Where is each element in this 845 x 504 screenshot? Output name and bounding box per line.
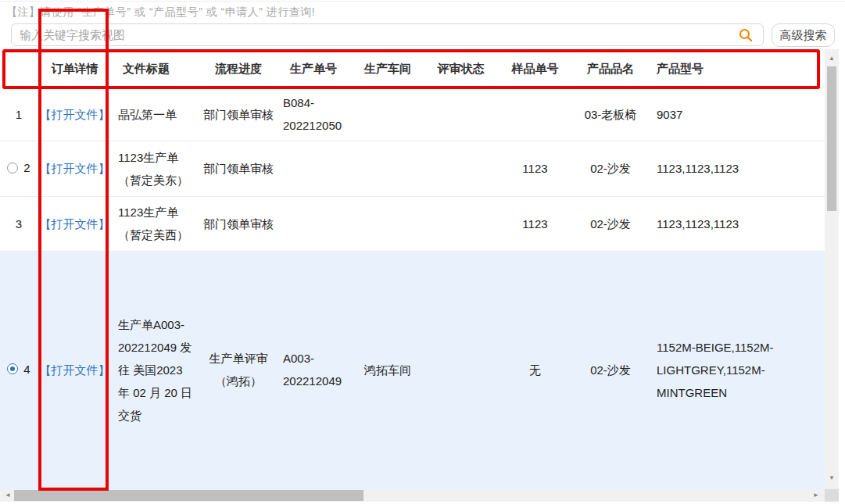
cell-product_model: 9037 [649,88,825,141]
scroll-left-icon[interactable]: ◄ [5,491,11,500]
cell-product_model: 1123,1123,1123 [649,196,825,251]
cell-review_status [424,88,498,141]
scroll-up-icon[interactable]: ▲ [825,54,839,63]
cell-sample_no [498,88,572,141]
table-row[interactable]: 4【打开文件】生产单A003-202212049 发往 美国2023 年 02 … [0,251,825,488]
cell-product_model: 1152M-BEIGE,1152M-LIGHTGREY,1152M-MINTGR… [649,251,825,488]
query-note: 【注】请使用 “生产单号” 或 “产品型号” 或 “申请人” 进行查询! [6,5,315,20]
column-header-7: 样品单号 [498,52,572,88]
cell-review_status [424,196,498,251]
open-file-link[interactable]: 【打开文件】 [40,363,110,377]
row-index: 2 [23,156,30,179]
window-top-divider [0,1,845,2]
orders-table: 订单详情文件标题流程进度生产单号生产车间评审状态样品单号产品品名产品型号 1【打… [0,52,825,489]
vertical-scrollbar-thumb[interactable] [827,66,836,211]
vertical-scrollbar[interactable]: ▲ ▼ [825,49,839,489]
column-header-3: 流程进度 [202,52,275,88]
search-icon[interactable] [738,27,754,43]
table-row[interactable]: 1【打开文件】晶弘第一单部门领单审核B084-20221205003-老板椅90… [0,88,825,141]
cell-production_no: A003-202212049 [275,251,352,488]
advanced-search-button[interactable]: 高级搜索 [772,23,835,47]
column-header-1: 订单详情 [38,52,112,88]
cell-sample_no: 1123 [498,141,572,196]
cell-production_no [275,141,352,196]
cell-progress: 部门领单审核 [202,141,275,196]
cell-title: 1123生产单（暂定美东） [112,141,202,196]
table-row[interactable]: 3【打开文件】1123生产单（暂定美西）部门领单审核112302-沙发1123,… [0,196,825,251]
horizontal-scrollbar[interactable]: ◄ ► [0,489,825,502]
cell-progress: 部门领单审核 [202,88,275,141]
cell-progress: 生产单评审（鸿拓） [202,251,275,488]
scroll-down-icon[interactable]: ▼ [825,474,839,483]
row-radio-selected[interactable] [7,363,18,374]
column-header-select [0,52,38,88]
cell-review_status [424,251,498,488]
cell-workshop: 鸿拓车间 [352,251,424,488]
open-file-link[interactable]: 【打开文件】 [40,162,110,175]
column-header-5: 生产车间 [352,52,424,88]
cell-review_status [424,141,498,196]
horizontal-scrollbar-thumb[interactable] [14,490,363,501]
scroll-right-icon[interactable]: ► [813,491,819,500]
table-header-row: 订单详情文件标题流程进度生产单号生产车间评审状态样品单号产品品名产品型号 [0,52,825,88]
row-index: 4 [23,358,30,381]
order-detail-cell: 【打开文件】 [38,251,112,488]
row-select-cell[interactable]: 1 [0,88,38,141]
open-file-link[interactable]: 【打开文件】 [40,217,110,231]
cell-product_name: 03-老板椅 [572,88,649,141]
order-detail-cell: 【打开文件】 [38,141,112,196]
cell-workshop [352,196,424,251]
cell-title: 生产单A003-202212049 发往 美国2023 年 02 月 20 日 … [112,251,202,488]
cell-title: 晶弘第一单 [112,88,202,141]
order-detail-cell: 【打开文件】 [38,88,112,141]
cell-workshop [352,88,424,141]
cell-title: 1123生产单（暂定美西） [112,196,202,251]
scrollbar-corner [825,489,839,502]
cell-product_name: 02-沙发 [572,196,649,251]
column-header-6: 评审状态 [424,52,498,88]
column-header-4: 生产单号 [275,52,352,88]
row-radio[interactable] [7,163,18,173]
cell-product_name: 02-沙发 [572,141,649,196]
row-index: 3 [16,213,22,235]
cell-product_name: 02-沙发 [572,251,649,488]
cell-sample_no: 1123 [498,196,572,251]
column-header-8: 产品品名 [572,52,649,88]
table-row[interactable]: 2【打开文件】1123生产单（暂定美东）部门领单审核112302-沙发1123,… [0,141,825,196]
search-bar: 高级搜索 [11,23,835,47]
cell-progress: 部门领单审核 [202,196,275,251]
row-select-cell[interactable]: 3 [0,196,38,251]
cell-production_no: B084-202212050 [275,88,352,141]
order-detail-cell: 【打开文件】 [38,196,112,251]
column-header-9: 产品型号 [649,52,825,88]
open-file-link[interactable]: 【打开文件】 [40,108,110,121]
cell-production_no [275,196,352,251]
cell-workshop [352,141,424,196]
row-index: 1 [16,103,22,126]
row-select-cell[interactable]: 2 [0,141,38,196]
cell-product_model: 1123,1123,1123 [649,141,825,196]
cell-sample_no: 无 [498,251,572,488]
column-header-2: 文件标题 [112,52,202,88]
search-input[interactable] [11,23,764,46]
row-select-cell[interactable]: 4 [0,251,38,488]
